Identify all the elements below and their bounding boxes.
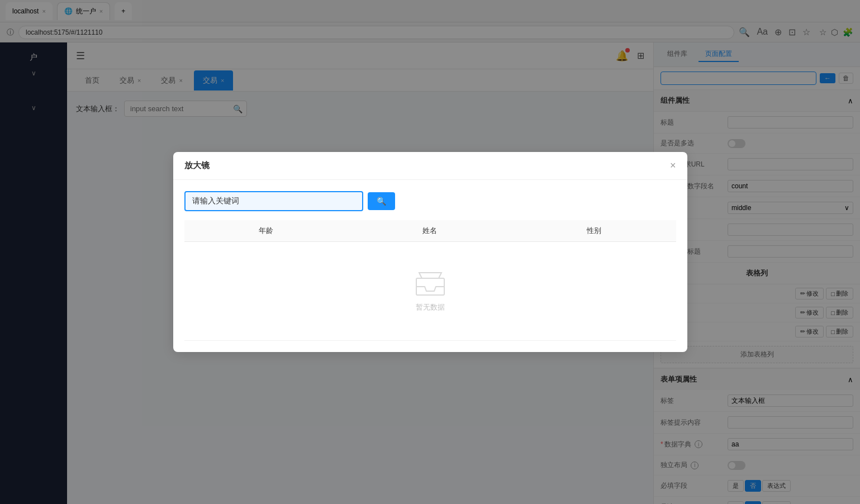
modal-search-icon: 🔍 [377,197,386,206]
empty-state: 暂无数据 [189,248,672,335]
modal-title: 放大镜 [184,160,210,171]
modal-body: 🔍 年龄 姓名 性别 [173,180,687,352]
table-header-gender: 性别 [512,220,676,242]
modal-close-button[interactable]: × [670,160,676,172]
modal-overlay[interactable]: 放大镜 × 🔍 年龄 姓名 性别 [0,0,860,504]
empty-icon [414,270,447,298]
modal-search-row: 🔍 [184,191,676,211]
table-empty-cell: 暂无数据 [184,242,676,341]
table-header-name: 姓名 [348,220,512,242]
modal-search-button[interactable]: 🔍 [368,192,395,210]
table-header-row: 年龄 姓名 性别 [184,220,676,242]
modal-search-input[interactable] [184,191,363,211]
empty-text: 暂无数据 [416,302,445,312]
table-header-age: 年龄 [184,220,348,242]
table-empty-row: 暂无数据 [184,242,676,341]
modal: 放大镜 × 🔍 年龄 姓名 性别 [173,152,687,352]
modal-header: 放大镜 × [173,152,687,180]
modal-table: 年龄 姓名 性别 [184,220,676,341]
